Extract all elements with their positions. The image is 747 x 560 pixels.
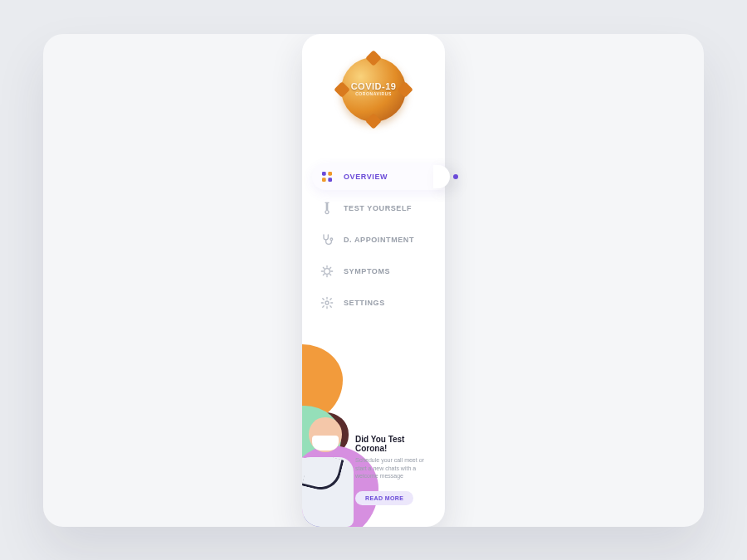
gear-icon (320, 296, 334, 309)
nav-label: SYMPTOMS (344, 267, 390, 275)
nav-item-test-yourself[interactable]: TEST YOURSELF (312, 195, 445, 222)
active-dot-icon (453, 174, 458, 179)
virus-icon (320, 265, 334, 278)
nav-label: OVERVIEW (344, 173, 388, 181)
svg-point-5 (325, 268, 330, 274)
svg-rect-2 (322, 178, 326, 182)
nav-item-symptoms[interactable]: SYMPTOMS (312, 258, 445, 285)
promo-title: Did You Test Corona! (355, 435, 435, 453)
logo-subtitle: CORONAVIRUS (351, 91, 397, 96)
sidebar-panel: COVID-19 CORONAVIRUS OVERVIEW (302, 34, 445, 527)
test-tube-icon (320, 202, 334, 215)
nav-item-appointment[interactable]: D. APPOINTMENT (312, 226, 445, 253)
read-more-button[interactable]: READ MORE (355, 491, 413, 505)
nav-item-overview[interactable]: OVERVIEW (312, 163, 445, 190)
svg-rect-0 (322, 172, 326, 176)
promo-card: Did You Test Corona! Schedule your call … (302, 369, 445, 527)
covid-virus-logo: COVID-19 CORONAVIRUS (341, 57, 406, 122)
doctor-illustration (302, 417, 360, 527)
svg-point-4 (330, 238, 333, 241)
svg-rect-1 (328, 172, 332, 176)
app-canvas: COVID-19 CORONAVIRUS OVERVIEW (43, 34, 704, 527)
svg-rect-3 (328, 178, 332, 182)
promo-subtitle: Schedule your call meet or start a new c… (355, 456, 435, 480)
nav-label: SETTINGS (344, 299, 385, 307)
nav-label: TEST YOURSELF (344, 204, 412, 212)
logo-container: COVID-19 CORONAVIRUS (302, 34, 445, 137)
logo-title: COVID-19 (351, 82, 397, 92)
stethoscope-icon (320, 233, 334, 246)
sidebar-nav: OVERVIEW TEST YOURSELF (302, 163, 445, 316)
dashboard-icon (320, 170, 334, 183)
promo-text-block: Did You Test Corona! Schedule your call … (355, 435, 435, 504)
nav-label: D. APPOINTMENT (344, 236, 414, 244)
nav-item-settings[interactable]: SETTINGS (312, 290, 445, 316)
svg-point-6 (325, 301, 329, 304)
